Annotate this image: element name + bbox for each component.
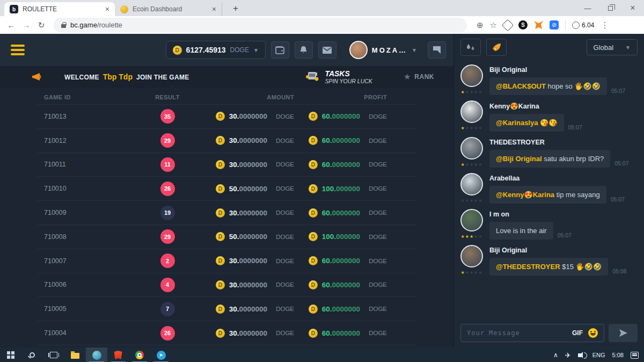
user-level-stars: ★★★★★ bbox=[461, 162, 483, 167]
reload-button[interactable]: ↻ bbox=[34, 20, 48, 30]
volume-icon[interactable] bbox=[578, 353, 581, 357]
language-indicator[interactable]: ENG bbox=[592, 352, 605, 358]
emoji-picker-button[interactable] bbox=[588, 328, 598, 338]
clock[interactable]: 5:08 bbox=[612, 352, 624, 358]
table-row: 71001335D30.0000000DOGED60.0000000DOGE bbox=[38, 105, 416, 129]
balance-selector[interactable]: D 6127.45913 DOGE ▼ bbox=[166, 41, 266, 59]
chat-message-input[interactable]: Your Message GIF bbox=[460, 324, 604, 342]
tab-ecoin-dashboard[interactable]: Ecoin Dashboard × bbox=[115, 2, 222, 16]
notifications-bell-button[interactable] bbox=[295, 41, 313, 59]
bcgame-favicon: b bbox=[10, 5, 18, 13]
avatar[interactable] bbox=[460, 245, 483, 267]
start-button[interactable] bbox=[0, 347, 21, 362]
amount-cell: D30.0000000DOGE bbox=[202, 305, 294, 314]
user-menu[interactable]: MOZA… ▼ bbox=[349, 41, 417, 59]
chat-bubble: @Karinaslya 😘😘 bbox=[489, 114, 564, 132]
lock-icon[interactable] bbox=[61, 24, 66, 28]
table-row: 71000426D30.0000000DOGED60.0000000DOGE bbox=[38, 321, 416, 345]
back-button[interactable]: ← bbox=[4, 20, 18, 30]
chat-timestamp: 05:07 bbox=[611, 88, 625, 95]
price-extension[interactable]: 6.04 bbox=[572, 21, 594, 29]
chat-username[interactable]: Arabellaa bbox=[489, 175, 625, 182]
profit-value: 60.0000000 bbox=[322, 329, 360, 337]
avatar[interactable] bbox=[460, 100, 483, 123]
tab-close-icon[interactable]: × bbox=[212, 5, 216, 13]
table-row: 7100072D30.0000000DOGED60.0000000DOGE bbox=[38, 249, 416, 273]
chat-panel-toggle-button[interactable] bbox=[428, 41, 446, 59]
action-center-icon[interactable] bbox=[631, 352, 639, 359]
amount-value: 50.0000000 bbox=[229, 185, 267, 193]
result-badge: 4 bbox=[160, 278, 175, 292]
chat-channel-select[interactable]: Global ▼ bbox=[587, 39, 638, 55]
window-minimize-button[interactable]: — bbox=[576, 0, 599, 16]
chat-mention[interactable]: @THEDESTROYER bbox=[496, 263, 560, 271]
chat-timestamp: 05:07 bbox=[614, 160, 628, 168]
game-id: 710004 bbox=[44, 329, 133, 337]
wallet-button[interactable] bbox=[271, 41, 289, 59]
amount-cell: D30.0000000DOGE bbox=[202, 208, 294, 218]
zoom-page-icon[interactable]: ⊕ bbox=[477, 20, 484, 30]
doge-coin-icon: D bbox=[216, 329, 225, 338]
user-level-stars: ★★★★★ bbox=[461, 270, 483, 275]
table-row: 71001229D30.0000000DOGED60.0000000DOGE bbox=[38, 129, 416, 153]
chat-mention[interactable]: @Biji Original bbox=[496, 155, 542, 163]
hamburger-menu-icon[interactable] bbox=[11, 45, 25, 55]
user-level-stars: ★★★★★ bbox=[461, 234, 483, 239]
tab-roulette[interactable]: b ROULETTE × bbox=[4, 2, 115, 16]
brave-icon bbox=[114, 351, 122, 359]
file-explorer-button[interactable] bbox=[64, 347, 86, 362]
window-restore-button[interactable] bbox=[599, 0, 621, 16]
chat-username[interactable]: Kenny😍Karina bbox=[489, 102, 582, 110]
chat-mention[interactable]: @BLACK$OUT bbox=[496, 82, 546, 90]
result-cell: 11 bbox=[133, 157, 202, 172]
address-bar[interactable]: bc.game/roulette bbox=[54, 18, 467, 33]
chat-mention[interactable]: @Karinaslya bbox=[496, 119, 538, 127]
tray-chevron-icon[interactable]: ∧ bbox=[553, 351, 558, 359]
chat-mention[interactable]: @Kenny😍Karina bbox=[496, 191, 554, 199]
extension-s-icon[interactable]: S bbox=[518, 20, 528, 30]
avatar[interactable] bbox=[460, 209, 483, 231]
rank-link[interactable]: ★ RANK bbox=[404, 72, 434, 82]
taskbar-app-telegram[interactable]: ➤ bbox=[150, 347, 172, 362]
avatar[interactable] bbox=[460, 64, 483, 87]
chat-username[interactable]: THEDESTROYER bbox=[489, 139, 629, 146]
user-level-stars: ★★★★★ bbox=[461, 90, 483, 95]
window-close-button[interactable]: × bbox=[621, 0, 644, 16]
amount-value: 30.0000000 bbox=[229, 257, 267, 265]
send-message-button[interactable] bbox=[609, 324, 638, 342]
metamask-extension-icon[interactable] bbox=[534, 21, 543, 29]
rain-button[interactable] bbox=[460, 39, 481, 56]
bookmark-star-icon[interactable]: ☆ bbox=[490, 20, 497, 30]
chat-channel-value: Global bbox=[594, 44, 614, 52]
rank-star-icon: ★ bbox=[404, 72, 411, 82]
chat-text: Love is in the air bbox=[496, 227, 547, 235]
tasks-link[interactable]: TASKS SPIN YOUR LUCK bbox=[305, 69, 372, 84]
chat-username[interactable]: Biji Original bbox=[489, 66, 625, 74]
fireball-button[interactable] bbox=[486, 39, 507, 56]
taskbar-app-browser-active[interactable] bbox=[86, 347, 107, 362]
avatar[interactable] bbox=[460, 137, 483, 160]
extension-cube-icon[interactable] bbox=[502, 19, 514, 31]
tab-close-icon[interactable]: × bbox=[105, 5, 109, 13]
taskbar-app-chrome[interactable] bbox=[129, 347, 150, 362]
taskbar-search-button[interactable] bbox=[21, 347, 43, 362]
airplane-mode-icon[interactable]: ✈ bbox=[565, 351, 571, 359]
taskbar-app-brave[interactable] bbox=[107, 347, 129, 362]
chat-username[interactable]: I m on bbox=[489, 211, 572, 218]
extension-blue-icon[interactable]: ⊘ bbox=[550, 20, 559, 30]
avatar[interactable] bbox=[460, 173, 483, 196]
chat-username[interactable]: Biji Original bbox=[489, 247, 626, 254]
browser-menu-icon[interactable]: ⋮ bbox=[601, 20, 609, 30]
gif-button[interactable]: GIF bbox=[572, 329, 583, 337]
new-tab-button[interactable]: + bbox=[229, 3, 243, 16]
chat-bubble: @THEDESTROYER $15 🖐🤣🤣 bbox=[489, 258, 608, 276]
amount-unit: DOGE bbox=[276, 281, 294, 288]
col-profit: PROFIT bbox=[294, 94, 409, 100]
result-cell: 7 bbox=[133, 302, 202, 316]
profit-unit: DOGE bbox=[369, 185, 387, 192]
result-badge: 7 bbox=[160, 302, 175, 316]
messages-envelope-button[interactable] bbox=[318, 41, 336, 59]
forward-button[interactable]: → bbox=[19, 20, 33, 30]
browser-toolbar: ← → ↻ bc.game/roulette ⊕ ☆ S ⊘ 6.04 ⋮ bbox=[0, 16, 644, 34]
task-view-button[interactable] bbox=[43, 347, 64, 362]
